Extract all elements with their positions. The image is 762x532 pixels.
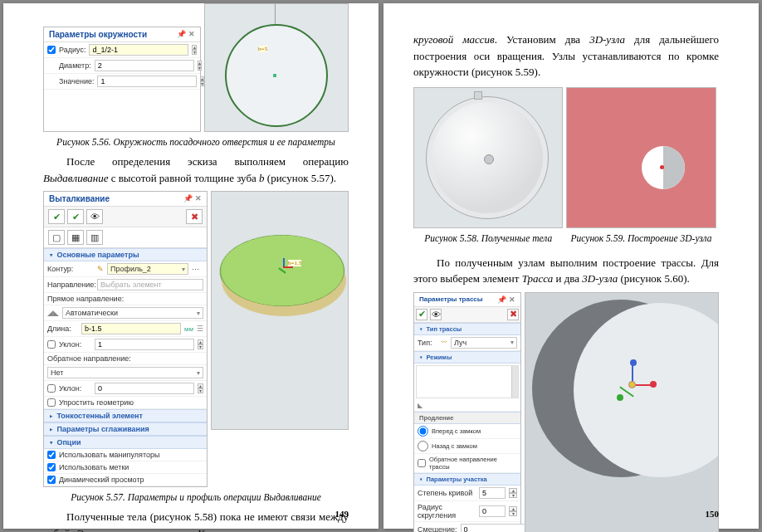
cap-556: Рисунок 5.56. Окружность посадочного отв… [43, 137, 349, 147]
btnbar: ✔ ✔ 👁 ✖ [44, 207, 207, 227]
opt1[interactable] [47, 451, 56, 459]
fwd-label: Прямое направление: [47, 295, 124, 303]
para-after-557: Полученные тела (рисунок 5.58) пока не и… [43, 509, 349, 532]
fig558 [413, 87, 563, 228]
fig556-viewport: b=5 [204, 3, 349, 132]
dim-label: b=5 [258, 46, 267, 52]
panel-title: Параметры окружности 📌 ✕ [44, 27, 200, 42]
sec-smooth[interactable]: ▸Параметры сглаживания [44, 422, 207, 436]
radius-check[interactable] [47, 46, 56, 54]
fig-560-row: Параметры трассы📌 ✕ ✔ 👁 ✖ ▾Тип трассы Ти… [413, 292, 719, 533]
route-panel: Параметры трассы📌 ✕ ✔ 👁 ✖ ▾Тип трассы Ти… [413, 292, 521, 533]
length-input[interactable] [81, 323, 181, 334]
angle2-input[interactable] [95, 383, 194, 394]
value-input[interactable] [97, 76, 197, 87]
diameter-spin[interactable]: ▴▾ [198, 61, 202, 71]
cancel-button[interactable]: ✖ [186, 209, 203, 224]
angle1-label: Уклон: [59, 340, 91, 349]
fig557-viewport: b=1.5 [211, 191, 349, 430]
para-top-150: круговой массив. Установим два 3D-узла д… [413, 32, 719, 81]
ok[interactable]: ✔ [416, 309, 427, 320]
angle2-check[interactable] [47, 384, 56, 393]
fig-556-row: Параметры окружности 📌 ✕ Радиус: ▴▾ Диам… [43, 27, 349, 132]
pin-icon[interactable]: 📌 ✕ [177, 30, 195, 39]
cap-558: Рисунок 5.58. Полученные тела [413, 233, 563, 243]
cancel[interactable]: ✖ [507, 309, 519, 320]
fig-58-59-row [413, 87, 719, 228]
simplify-check[interactable] [47, 398, 56, 407]
sec-thin[interactable]: ▸Тонкостенный элемент [44, 409, 207, 422]
page-num-right: 150 [706, 509, 720, 519]
diameter-label: Диаметр: [59, 61, 91, 70]
page-150: круговой массив. Установим два 3D-узла д… [383, 3, 759, 529]
circle-params-panel: Параметры окружности 📌 ✕ Радиус: ▴▾ Диам… [43, 27, 201, 132]
gizmo-icon: b=1.5 [275, 258, 295, 278]
rev-mode[interactable]: Нет [47, 367, 203, 378]
radius-spin[interactable]: ▴▾ [192, 45, 197, 55]
cap-557: Рисунок 5.57. Параметры и профиль операц… [43, 492, 349, 502]
pin-icon[interactable]: 📌 ✕ [183, 194, 202, 203]
panel-title-text: Параметры окружности [49, 30, 147, 39]
page-149: Параметры окружности 📌 ✕ Радиус: ▴▾ Диам… [3, 3, 379, 529]
fig-557-row: Выталкивание 📌 ✕ ✔ ✔ 👁 ✖ ▢ ▦ ▥ ▾Основные… [43, 191, 349, 487]
angle1-input[interactable] [95, 339, 194, 350]
mode2[interactable]: ▦ [67, 230, 84, 245]
preview-button[interactable]: 👁 [86, 209, 103, 224]
sec-options[interactable]: ▾Опции [44, 436, 207, 449]
contour-select[interactable]: Профиль_2 [107, 263, 188, 275]
length-label: Длина: [47, 325, 78, 333]
opt3[interactable] [47, 476, 56, 484]
fig560-viewport [525, 292, 719, 533]
ok2-button[interactable]: ✔ [67, 209, 84, 224]
rev-label: Обратное направление: [47, 354, 131, 363]
para-mid-150: По полученным узлам выполним построение … [413, 255, 719, 287]
mode1[interactable]: ▢ [48, 230, 65, 245]
type-select[interactable]: Луч [451, 337, 517, 349]
page-num-left: 149 [335, 509, 349, 519]
opt2[interactable] [47, 463, 56, 471]
angle2-label: Уклон: [59, 384, 91, 393]
ok-button[interactable]: ✔ [48, 209, 65, 224]
radius-label: Радиус: [59, 46, 85, 54]
route-area[interactable] [416, 365, 519, 398]
view[interactable]: 👁 [430, 309, 442, 320]
sec-main[interactable]: ▾Основные параметры [44, 248, 207, 261]
fwd-mode[interactable]: Автоматически [62, 307, 203, 319]
contour-label: Контур: [47, 265, 94, 273]
extrude-panel: Выталкивание 📌 ✕ ✔ ✔ 👁 ✖ ▢ ▦ ▥ ▾Основные… [43, 191, 208, 487]
para-after-556: После определения эскиза выполняем опера… [43, 154, 349, 186]
mode3[interactable]: ▥ [86, 230, 103, 245]
radius-input[interactable] [89, 44, 188, 56]
cap-559: Рисунок 5.59. Построение 3D-узла [566, 233, 716, 243]
direction-input[interactable] [97, 279, 203, 290]
direction-label: Направление: [47, 281, 94, 289]
extrude-title: Выталкивание 📌 ✕ [44, 192, 207, 207]
contour-clear[interactable]: … [192, 263, 203, 275]
diameter-input[interactable] [95, 60, 194, 71]
value-label: Значение: [59, 77, 94, 85]
angle1-check[interactable] [47, 340, 56, 349]
fig559 [566, 87, 716, 228]
